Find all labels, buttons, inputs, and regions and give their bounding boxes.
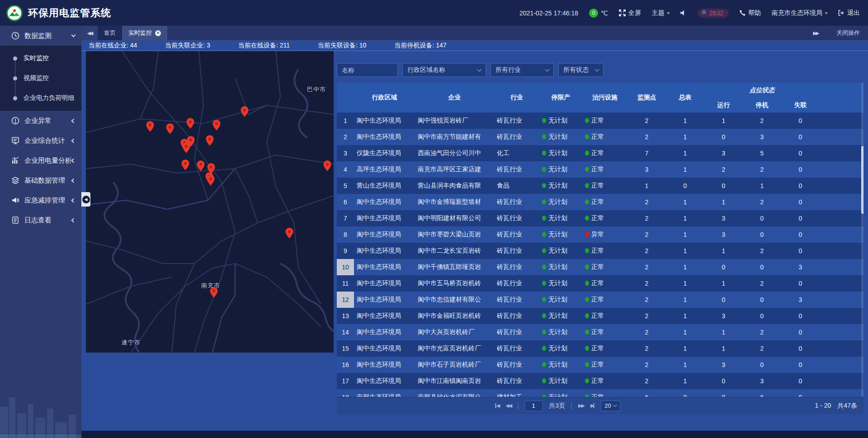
page-number-input[interactable] xyxy=(524,400,542,411)
col-industry[interactable]: 行业 xyxy=(494,83,539,113)
map-pin[interactable] xyxy=(285,228,293,239)
status-text: 无计划 xyxy=(548,361,567,368)
table-row[interactable]: 6阆中生态环境局阆中市金博瑞新型墙材砖瓦行业无计划正常21120 xyxy=(337,194,863,210)
sidebar-item-6[interactable]: 应急减排管理 xyxy=(0,190,81,210)
table-row[interactable]: 14阆中生态环境局阆中大兴页岩机砖厂砖瓦行业无计划正常21120 xyxy=(337,324,863,340)
run-count-cell: 3 xyxy=(704,226,743,243)
table-row[interactable]: 5营山生态环境局营山县润丰肉食品有限食品无计划正常10010 xyxy=(337,178,863,194)
sidebar-subitem[interactable]: 实时监控 xyxy=(0,48,81,68)
table-row[interactable]: 17阆中生态环境局阆中市江南镇阆南页岩砖瓦行业无计划正常21030 xyxy=(337,373,863,389)
sidebar-item-5[interactable]: 基础数据管理 xyxy=(0,170,81,190)
col-lost[interactable]: 失联 xyxy=(781,98,820,113)
sidebar-subitem[interactable]: 视频监控 xyxy=(0,68,81,88)
map-pin[interactable] xyxy=(166,123,174,134)
stop-count-cell: 2 xyxy=(743,243,781,259)
stat-label: 当前在线设备: xyxy=(238,42,280,49)
industry-filter-select[interactable]: 所有行业 xyxy=(491,63,554,77)
lost-count-cell: 0 xyxy=(781,389,820,397)
prev-page-button[interactable]: ◀◀ xyxy=(505,403,511,409)
col-run[interactable]: 运行 xyxy=(704,98,743,113)
status-text: 无计划 xyxy=(548,149,567,156)
col-company[interactable]: 企业 xyxy=(415,83,494,113)
facility-status-cell: 正常 xyxy=(582,178,627,194)
tab-实时监控[interactable]: 实时监控✕ xyxy=(122,26,167,40)
sidebar-subitem-label: 实时监控 xyxy=(24,54,49,62)
table-row[interactable]: 3仪陇生态环境局西南油气田分公司川中化工无计划正常71350 xyxy=(337,145,863,161)
map-pin[interactable] xyxy=(241,106,249,117)
lost-count-cell: 3 xyxy=(781,292,820,308)
table-row[interactable]: 13阆中生态环境局阆中市金福旺页岩机砖砖瓦行业无计划正常21300 xyxy=(337,308,863,324)
table-row[interactable]: 16阆中生态环境局阆中市石子页岩机砖厂砖瓦行业无计划正常21300 xyxy=(337,357,863,373)
map-pin[interactable] xyxy=(207,175,215,186)
name-filter-input[interactable] xyxy=(337,63,398,77)
stat-label: 当前失联企业: xyxy=(165,42,207,49)
sidebar-item-4[interactable]: 企业用电量分析 xyxy=(0,151,81,170)
table-row[interactable]: 11阆中生态环境局阆中市五马桥页岩机砖砖瓦行业无计划正常21120 xyxy=(337,275,863,292)
total-meter-cell: 1 xyxy=(666,324,704,340)
mute-speaker-icon[interactable] xyxy=(680,10,687,16)
map-panel[interactable]: 巴中市南充市遂宁市 xyxy=(86,51,334,353)
page-size-select[interactable]: 20 xyxy=(600,400,620,411)
table-row[interactable]: 10阆中生态环境局阆中千佛镇五郎垭页岩砖瓦行业无计划正常21003 xyxy=(337,259,863,275)
col-monitor[interactable]: 监测点 xyxy=(627,83,666,113)
industry-cell: 砖瓦行业 xyxy=(494,308,539,324)
table-row[interactable]: 8阆中生态环境局阆中市枣碧大梁山页岩砖瓦行业无计划异常21300 xyxy=(337,226,863,243)
col-region[interactable]: 行政区域 xyxy=(354,83,415,113)
col-facility[interactable]: 治污设施 xyxy=(582,83,627,113)
table-row[interactable]: 9阆中生态环境局阆中市二龙长宝页岩砖砖瓦行业无计划正常21120 xyxy=(337,243,863,259)
table-row[interactable]: 12阆中生态环境局阆中市忠信建材有限公砖瓦行业无计划正常21003 xyxy=(337,292,863,308)
last-page-button[interactable]: ▶ xyxy=(590,403,594,409)
sidebar-subitem[interactable]: 企业电力负荷明细 xyxy=(0,88,81,108)
map-pin[interactable] xyxy=(186,118,194,129)
tabs-scroll-right-button[interactable]: ▶▶ xyxy=(807,30,824,36)
status-text: 正常 xyxy=(591,165,604,173)
map-pin[interactable] xyxy=(146,121,154,132)
col-stop[interactable]: 停机 xyxy=(743,98,781,113)
total-meter-cell: 1 xyxy=(666,308,704,324)
map-pin[interactable] xyxy=(206,135,214,146)
sidebar-item-3[interactable]: 企业综合统计 xyxy=(0,131,81,151)
sidebar-item-1[interactable]: 数据监测 xyxy=(0,26,81,46)
chevron-down-icon: ▾ xyxy=(667,10,670,15)
org-menu[interactable]: 南充市生态环境局▾ xyxy=(772,9,827,17)
sidebar-collapse-button[interactable]: ◀ xyxy=(81,192,90,207)
status-dot-green xyxy=(542,151,546,155)
datetime: 2021-02-25 17:46:18 xyxy=(519,9,578,17)
map-pin[interactable] xyxy=(197,160,205,171)
table-row[interactable]: 2阆中生态环境局阆中市南方节能建材有砖瓦行业无计划正常21030 xyxy=(337,129,863,145)
facility-status-cell: 正常 xyxy=(582,308,627,324)
table-scrollbar[interactable] xyxy=(861,83,863,397)
col-limit[interactable]: 停限产 xyxy=(539,83,582,113)
help-button[interactable]: 帮助 xyxy=(740,9,761,17)
tab-首页[interactable]: 首页 xyxy=(98,26,122,40)
filler-cell xyxy=(820,113,863,129)
close-operations-menu[interactable]: 关闭操作 xyxy=(836,29,860,37)
first-page-button[interactable]: ◀ xyxy=(495,403,499,409)
notification-pill[interactable]: 2632 xyxy=(698,9,729,18)
map-pin[interactable] xyxy=(212,120,221,131)
col-total[interactable]: 总表 xyxy=(666,83,704,113)
total-meter-cell: 1 xyxy=(666,210,704,226)
tabs-scroll-left-button[interactable]: ◀◀ xyxy=(81,26,98,40)
table-row[interactable]: 7阆中生态环境局阆中明阳建材有限公司砖瓦行业无计划正常21300 xyxy=(337,210,863,226)
total-meter-cell: 0 xyxy=(666,178,704,194)
status-filter-select[interactable]: 所有状态 xyxy=(558,63,604,77)
sidebar-item-7[interactable]: 日志查看 xyxy=(0,210,81,230)
filler-cell xyxy=(820,275,863,292)
table-row[interactable]: 4高坪生态环境局南充市高坪区王家店建砖瓦行业无计划正常31220 xyxy=(337,161,863,178)
map-pin[interactable] xyxy=(182,142,190,153)
fullscreen-button[interactable]: 全屏 xyxy=(619,9,641,17)
map-pin[interactable] xyxy=(181,160,189,170)
table-row[interactable]: 18南部生态环境局南部县砂化水泥有限公建材加工无计划正常60060 xyxy=(337,389,863,397)
table-row[interactable]: 1阆中生态环境局阆中强锐页岩砖厂砖瓦行业无计划正常21120 xyxy=(337,113,863,129)
tab-close-icon[interactable]: ✕ xyxy=(155,30,161,36)
logout-button[interactable]: 退出 xyxy=(838,9,860,17)
map-pin[interactable] xyxy=(323,160,331,171)
region-cell: 阆中生态环境局 xyxy=(354,373,415,389)
theme-menu[interactable]: 主题▾ xyxy=(652,9,670,17)
sidebar-item-2[interactable]: 企业异常 xyxy=(0,111,81,131)
region-filter-select[interactable]: 行政区域名称 xyxy=(402,63,486,77)
table-row[interactable]: 15阆中生态环境局阆中市光富页岩机砖厂砖瓦行业无计划正常21120 xyxy=(337,340,863,357)
next-page-button[interactable]: ▶▶ xyxy=(578,403,584,409)
chevron-left-icon xyxy=(71,218,76,222)
